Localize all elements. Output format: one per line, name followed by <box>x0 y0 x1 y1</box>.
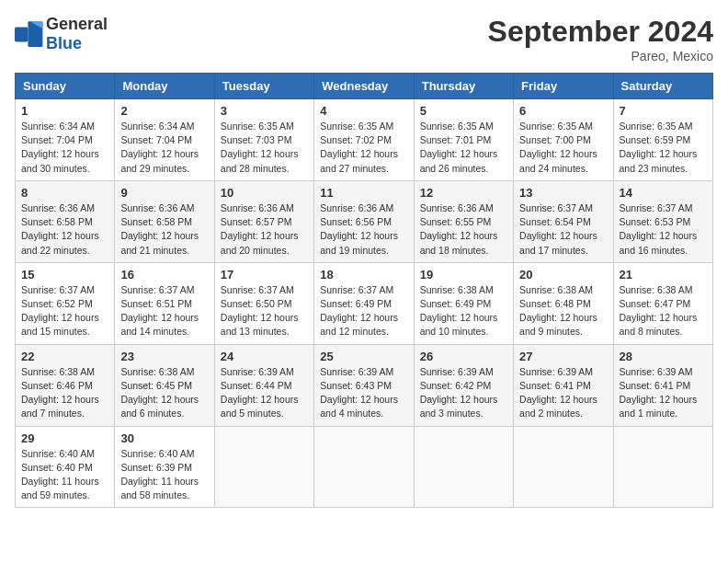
day-number: 22 <box>21 350 108 363</box>
day-info: Sunrise: 6:37 AM Sunset: 6:50 PM Dayligh… <box>221 283 308 339</box>
day-number: 11 <box>320 186 407 200</box>
weekday-header-sunday: Sunday <box>16 74 115 99</box>
calendar-cell: 7Sunrise: 6:35 AM Sunset: 6:59 PM Daylig… <box>613 99 712 181</box>
calendar-cell: 19Sunrise: 6:38 AM Sunset: 6:49 PM Dayli… <box>414 262 513 344</box>
calendar-cell: 3Sunrise: 6:35 AM Sunset: 7:03 PM Daylig… <box>214 99 313 181</box>
logo-general-text: General <box>46 15 108 33</box>
calendar-table: SundayMondayTuesdayWednesdayThursdayFrid… <box>15 73 713 508</box>
day-number: 17 <box>221 268 308 282</box>
svg-rect-0 <box>15 27 28 41</box>
day-info: Sunrise: 6:35 AM Sunset: 6:59 PM Dayligh… <box>620 120 707 176</box>
day-number: 15 <box>21 268 108 282</box>
calendar-cell: 15Sunrise: 6:37 AM Sunset: 6:52 PM Dayli… <box>16 262 115 344</box>
day-info: Sunrise: 6:40 AM Sunset: 6:39 PM Dayligh… <box>120 447 208 503</box>
day-info: Sunrise: 6:37 AM Sunset: 6:51 PM Dayligh… <box>120 283 208 339</box>
day-number: 3 <box>221 104 308 118</box>
calendar-cell: 2Sunrise: 6:34 AM Sunset: 7:04 PM Daylig… <box>115 99 214 181</box>
day-info: Sunrise: 6:35 AM Sunset: 7:03 PM Dayligh… <box>221 120 308 176</box>
day-info: Sunrise: 6:39 AM Sunset: 6:41 PM Dayligh… <box>519 365 607 421</box>
day-number: 27 <box>519 350 607 363</box>
day-number: 23 <box>120 350 208 363</box>
day-info: Sunrise: 6:38 AM Sunset: 6:49 PM Dayligh… <box>420 283 507 339</box>
day-info: Sunrise: 6:38 AM Sunset: 6:45 PM Dayligh… <box>120 365 208 421</box>
calendar-cell: 18Sunrise: 6:37 AM Sunset: 6:49 PM Dayli… <box>314 262 414 344</box>
day-info: Sunrise: 6:37 AM Sunset: 6:49 PM Dayligh… <box>320 283 407 339</box>
day-number: 29 <box>21 431 108 445</box>
calendar-cell <box>414 426 513 508</box>
calendar-cell: 4Sunrise: 6:35 AM Sunset: 7:02 PM Daylig… <box>314 99 414 181</box>
day-info: Sunrise: 6:36 AM Sunset: 6:55 PM Dayligh… <box>420 201 507 258</box>
logo-blue-text: Blue <box>46 34 82 52</box>
day-number: 1 <box>21 104 108 118</box>
calendar-cell: 8Sunrise: 6:36 AM Sunset: 6:58 PM Daylig… <box>16 180 115 262</box>
day-number: 30 <box>120 431 208 445</box>
calendar-cell <box>314 426 414 508</box>
day-info: Sunrise: 6:39 AM Sunset: 6:44 PM Dayligh… <box>221 365 308 421</box>
calendar-cell <box>613 426 712 508</box>
day-number: 13 <box>519 186 607 200</box>
day-number: 26 <box>420 350 507 363</box>
calendar-cell: 14Sunrise: 6:37 AM Sunset: 6:53 PM Dayli… <box>613 180 712 262</box>
day-info: Sunrise: 6:35 AM Sunset: 7:02 PM Dayligh… <box>320 120 407 176</box>
day-info: Sunrise: 6:34 AM Sunset: 7:04 PM Dayligh… <box>21 120 108 176</box>
day-number: 16 <box>120 268 208 282</box>
calendar-cell: 26Sunrise: 6:39 AM Sunset: 6:42 PM Dayli… <box>414 344 513 426</box>
day-info: Sunrise: 6:34 AM Sunset: 7:04 PM Dayligh… <box>120 120 208 176</box>
logo: General Blue <box>15 15 108 53</box>
day-info: Sunrise: 6:39 AM Sunset: 6:41 PM Dayligh… <box>620 365 707 421</box>
day-info: Sunrise: 6:36 AM Sunset: 6:58 PM Dayligh… <box>21 201 108 258</box>
calendar-cell: 17Sunrise: 6:37 AM Sunset: 6:50 PM Dayli… <box>214 262 313 344</box>
calendar-week-row: 1Sunrise: 6:34 AM Sunset: 7:04 PM Daylig… <box>16 99 713 181</box>
calendar-cell: 13Sunrise: 6:37 AM Sunset: 6:54 PM Dayli… <box>514 180 613 262</box>
day-number: 20 <box>519 268 607 282</box>
day-number: 9 <box>120 186 208 200</box>
day-info: Sunrise: 6:40 AM Sunset: 6:40 PM Dayligh… <box>21 447 108 503</box>
calendar-cell: 6Sunrise: 6:35 AM Sunset: 7:00 PM Daylig… <box>514 99 613 181</box>
calendar-cell: 29Sunrise: 6:40 AM Sunset: 6:40 PM Dayli… <box>16 426 115 508</box>
calendar-cell: 11Sunrise: 6:36 AM Sunset: 6:56 PM Dayli… <box>314 180 414 262</box>
calendar-week-row: 15Sunrise: 6:37 AM Sunset: 6:52 PM Dayli… <box>16 262 713 344</box>
day-number: 2 <box>120 104 208 118</box>
location: Pareo, Mexico <box>488 49 713 63</box>
calendar-cell: 16Sunrise: 6:37 AM Sunset: 6:51 PM Dayli… <box>115 262 214 344</box>
page-header: General Blue September 2024 Pareo, Mexic… <box>15 15 713 63</box>
day-number: 8 <box>21 186 108 200</box>
day-info: Sunrise: 6:36 AM Sunset: 6:58 PM Dayligh… <box>120 201 208 258</box>
day-info: Sunrise: 6:38 AM Sunset: 6:48 PM Dayligh… <box>519 283 607 339</box>
weekday-header-tuesday: Tuesday <box>214 74 313 99</box>
calendar-cell: 1Sunrise: 6:34 AM Sunset: 7:04 PM Daylig… <box>16 99 115 181</box>
weekday-header-friday: Friday <box>514 74 613 99</box>
calendar-week-row: 29Sunrise: 6:40 AM Sunset: 6:40 PM Dayli… <box>16 426 713 508</box>
calendar-cell <box>214 426 313 508</box>
day-info: Sunrise: 6:35 AM Sunset: 7:01 PM Dayligh… <box>420 120 507 176</box>
calendar-cell: 23Sunrise: 6:38 AM Sunset: 6:45 PM Dayli… <box>115 344 214 426</box>
day-number: 14 <box>620 186 707 200</box>
day-info: Sunrise: 6:37 AM Sunset: 6:53 PM Dayligh… <box>620 201 707 258</box>
day-number: 7 <box>620 104 707 118</box>
day-info: Sunrise: 6:36 AM Sunset: 6:56 PM Dayligh… <box>320 201 407 258</box>
weekday-header-thursday: Thursday <box>414 74 513 99</box>
day-number: 21 <box>620 268 707 282</box>
calendar-cell: 24Sunrise: 6:39 AM Sunset: 6:44 PM Dayli… <box>214 344 313 426</box>
calendar-cell: 12Sunrise: 6:36 AM Sunset: 6:55 PM Dayli… <box>414 180 513 262</box>
calendar-cell: 30Sunrise: 6:40 AM Sunset: 6:39 PM Dayli… <box>115 426 214 508</box>
day-number: 6 <box>519 104 607 118</box>
weekday-header-wednesday: Wednesday <box>314 74 414 99</box>
day-number: 25 <box>320 350 407 363</box>
day-number: 28 <box>620 350 707 363</box>
day-number: 24 <box>221 350 308 363</box>
calendar-cell: 25Sunrise: 6:39 AM Sunset: 6:43 PM Dayli… <box>314 344 414 426</box>
day-info: Sunrise: 6:36 AM Sunset: 6:57 PM Dayligh… <box>221 201 308 258</box>
logo-icon <box>15 21 44 47</box>
day-info: Sunrise: 6:35 AM Sunset: 7:00 PM Dayligh… <box>519 120 607 176</box>
calendar-cell: 27Sunrise: 6:39 AM Sunset: 6:41 PM Dayli… <box>514 344 613 426</box>
calendar-cell: 28Sunrise: 6:39 AM Sunset: 6:41 PM Dayli… <box>613 344 712 426</box>
day-info: Sunrise: 6:38 AM Sunset: 6:46 PM Dayligh… <box>21 365 108 421</box>
calendar-cell: 9Sunrise: 6:36 AM Sunset: 6:58 PM Daylig… <box>115 180 214 262</box>
calendar-cell: 10Sunrise: 6:36 AM Sunset: 6:57 PM Dayli… <box>214 180 313 262</box>
calendar-cell: 5Sunrise: 6:35 AM Sunset: 7:01 PM Daylig… <box>414 99 513 181</box>
day-info: Sunrise: 6:39 AM Sunset: 6:42 PM Dayligh… <box>420 365 507 421</box>
weekday-header-saturday: Saturday <box>613 74 712 99</box>
day-number: 4 <box>320 104 407 118</box>
month-title: September 2024 <box>488 15 713 49</box>
